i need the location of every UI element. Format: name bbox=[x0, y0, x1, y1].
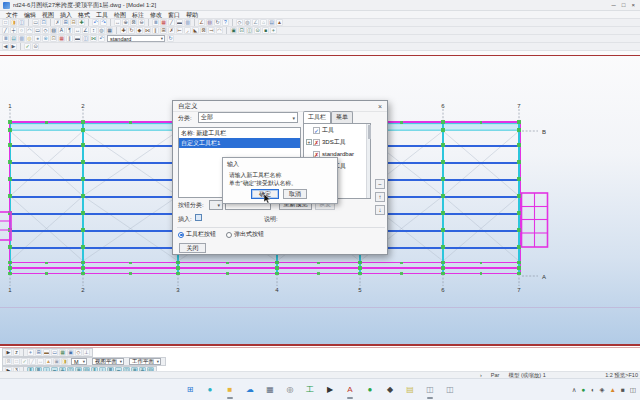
home-icon[interactable]: ⌂ bbox=[260, 19, 267, 26]
radio-option[interactable]: 工具栏按钮 bbox=[178, 230, 216, 239]
close-button[interactable]: 关闭 bbox=[179, 243, 206, 253]
confirm-icon[interactable]: ✓ bbox=[24, 43, 31, 50]
layer-control-icon[interactable]: ▤ bbox=[10, 35, 17, 42]
settings-icon[interactable]: ◎ bbox=[284, 383, 297, 396]
tray-network-icon[interactable]: ◈ bbox=[599, 386, 604, 394]
window-1-icon[interactable]: ◫ bbox=[424, 383, 437, 396]
minimize-icon[interactable]: ─ bbox=[612, 1, 616, 10]
node-icon[interactable]: ⌖ bbox=[27, 349, 34, 356]
window-2-icon[interactable]: ◫ bbox=[444, 383, 457, 396]
edge-icon[interactable]: ● bbox=[204, 383, 217, 396]
point-icon[interactable]: ⊙ bbox=[254, 27, 261, 34]
axis-label-icon[interactable]: z bbox=[13, 349, 20, 356]
dim-angular-icon[interactable]: ∠ bbox=[82, 27, 89, 34]
dim-radius-icon[interactable]: ◎ bbox=[98, 27, 105, 34]
swatch-icon[interactable]: ◨ bbox=[61, 358, 68, 365]
resize-icon[interactable]: ↔ bbox=[37, 358, 44, 365]
layer-off-icon[interactable]: ● bbox=[34, 35, 41, 42]
move-icon[interactable]: ✚ bbox=[120, 27, 127, 34]
maximize-icon[interactable]: □ bbox=[622, 1, 626, 10]
table-icon[interactable]: ▦ bbox=[106, 27, 113, 34]
new-icon[interactable]: □ bbox=[2, 19, 9, 26]
prev-layer-icon[interactable]: ↶ bbox=[98, 35, 105, 42]
menu-item[interactable]: 工具 bbox=[93, 11, 111, 19]
button-category-combo[interactable]: ▾ bbox=[209, 200, 223, 210]
rectangle-icon[interactable]: ▭ bbox=[34, 27, 41, 34]
sheet-icon[interactable]: ▤ bbox=[268, 19, 275, 26]
distance-icon[interactable]: ∠ bbox=[198, 19, 205, 26]
tab-menus[interactable]: 菜单 bbox=[331, 111, 353, 123]
group-icon[interactable]: ◫ bbox=[246, 27, 253, 34]
fillet-icon[interactable]: ◞ bbox=[184, 27, 191, 34]
erase-icon[interactable]: ⊠ bbox=[200, 27, 207, 34]
paste-icon[interactable]: ⊟ bbox=[70, 19, 77, 26]
tray-volume-icon[interactable]: ◖ bbox=[591, 386, 595, 393]
menu-item[interactable]: 文件 bbox=[3, 11, 21, 19]
hatch-icon[interactable]: ▨ bbox=[50, 27, 57, 34]
revcloud-icon[interactable]: ◠ bbox=[216, 27, 223, 34]
menu-item[interactable]: 修改 bbox=[147, 11, 165, 19]
lineweight-icon[interactable]: ▬ bbox=[176, 19, 183, 26]
menu-item[interactable]: 标注 bbox=[129, 11, 147, 19]
polyline-icon[interactable]: ┼ bbox=[10, 27, 17, 34]
array-icon[interactable]: ⊞ bbox=[160, 27, 167, 34]
list-item[interactable]: 名称: 新建工具栏 bbox=[179, 128, 300, 138]
measure-icon[interactable]: ⌖ bbox=[270, 27, 277, 34]
polygon-icon[interactable]: ◇ bbox=[42, 27, 49, 34]
publish-icon[interactable]: ▲ bbox=[276, 19, 283, 26]
zoom-realtime-icon[interactable]: ⊕ bbox=[122, 19, 129, 26]
chat-icon[interactable]: ● bbox=[364, 383, 377, 396]
panel-icon[interactable]: ▣ bbox=[53, 358, 60, 365]
move-down-button[interactable]: ↓ bbox=[375, 205, 385, 215]
zoom-previous-icon[interactable]: ⊖ bbox=[138, 19, 145, 26]
menu-item[interactable]: 插入 bbox=[57, 11, 75, 19]
layer-props-icon[interactable]: ≣ bbox=[2, 35, 9, 42]
store-icon[interactable]: ▦ bbox=[264, 383, 277, 396]
extend-icon[interactable]: ⊢ bbox=[176, 27, 183, 34]
preview-icon[interactable]: ⊡ bbox=[40, 19, 47, 26]
mesh-tool-icon[interactable]: ▦ bbox=[59, 349, 66, 356]
menu-item[interactable]: 帮助 bbox=[183, 11, 201, 19]
scale-icon[interactable]: ◆ bbox=[136, 27, 143, 34]
open-icon[interactable]: ◨ bbox=[10, 19, 17, 26]
insert-file-icon[interactable] bbox=[195, 214, 202, 221]
pan-icon[interactable]: ↔ bbox=[114, 19, 121, 26]
dock-arrow-icon[interactable]: ▶ bbox=[5, 349, 12, 356]
tab-toolbars[interactable]: 工具栏 bbox=[303, 111, 331, 123]
close-icon[interactable]: × bbox=[378, 103, 382, 110]
region-icon[interactable]: ■ bbox=[262, 27, 269, 34]
tray-battery-icon[interactable]: ■ bbox=[621, 386, 625, 393]
layer-on-icon[interactable]: ◎ bbox=[26, 35, 33, 42]
text-style-combo[interactable]: standard▾ bbox=[107, 35, 165, 42]
linetype-control-icon[interactable]: ∥ bbox=[66, 35, 73, 42]
cad-app-icon[interactable]: A bbox=[344, 383, 357, 396]
insert-block-icon[interactable]: ⊡ bbox=[238, 27, 245, 34]
tray-chevron-icon[interactable]: ∧ bbox=[572, 386, 577, 394]
line-icon[interactable]: ╱ bbox=[2, 27, 9, 34]
circle-icon[interactable]: ○ bbox=[18, 27, 25, 34]
support-tool-icon[interactable]: ⊥ bbox=[83, 349, 90, 356]
plate-tool-icon[interactable]: ▭ bbox=[51, 349, 58, 356]
arc-icon[interactable]: ◠ bbox=[26, 27, 33, 34]
redo-icon[interactable]: ↷ bbox=[100, 19, 107, 26]
cut-icon[interactable]: ✗ bbox=[54, 19, 61, 26]
section-tool-icon[interactable]: ◇ bbox=[75, 349, 82, 356]
refresh-icon[interactable]: ↻ bbox=[214, 19, 221, 26]
remove-button[interactable]: − bbox=[375, 179, 385, 189]
draw-line-icon[interactable]: ╱ bbox=[29, 358, 36, 365]
layers-icon[interactable]: ≣ bbox=[152, 19, 159, 26]
dark-app-icon[interactable]: ◆ bbox=[384, 383, 397, 396]
work-plane-combo[interactable]: 工作平面▾ bbox=[129, 358, 161, 365]
grid-tool-icon[interactable]: ⊞ bbox=[35, 349, 42, 356]
media-icon[interactable]: ▶ bbox=[324, 383, 337, 396]
radio-option[interactable]: 弹出式按钮 bbox=[226, 230, 264, 239]
view-back-icon[interactable]: ◀ bbox=[2, 43, 9, 50]
category-combo[interactable]: 全部 ▾ bbox=[198, 112, 298, 123]
layer-freeze-icon[interactable]: ⊗ bbox=[42, 35, 49, 42]
offset-icon[interactable]: ∥ bbox=[152, 27, 159, 34]
tray-status-icon[interactable]: ● bbox=[582, 386, 586, 393]
menu-item[interactable]: 绘图 bbox=[111, 11, 129, 19]
notes-icon[interactable]: ▤ bbox=[404, 383, 417, 396]
start-icon[interactable]: ⊞ bbox=[184, 383, 197, 396]
undo-icon[interactable]: ↶ bbox=[92, 19, 99, 26]
